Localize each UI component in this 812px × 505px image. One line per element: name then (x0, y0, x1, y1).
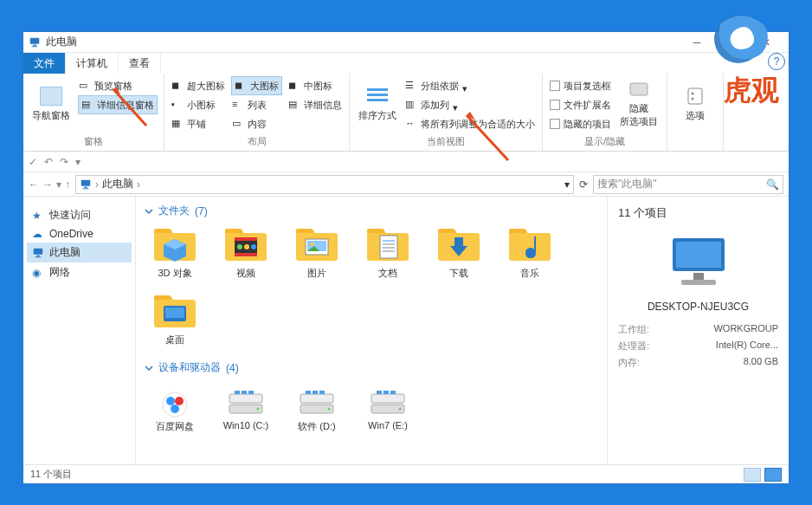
nav-up-button[interactable]: ↑ (65, 178, 70, 191)
chevron-down-icon (145, 207, 153, 216)
section-folders-header[interactable]: 文件夹 (7) (145, 204, 598, 218)
qat-undo-icon[interactable]: ↶ (44, 156, 53, 168)
tab-file[interactable]: 文件 (23, 53, 66, 74)
section-devices-header[interactable]: 设备和驱动器 (4) (145, 360, 598, 375)
explorer-window: 此电脑 ─ ☐ ✕ 文件 计算机 查看 ? 导航窗格 ▭ 预览窗格 (23, 31, 789, 484)
view-mode-thumbnails[interactable] (764, 468, 782, 482)
video-folder-icon (222, 225, 269, 263)
nav-forward-button[interactable]: → (42, 178, 53, 191)
ribbon-group-label-layout: 布局 (171, 135, 342, 149)
layout-content[interactable]: ▭内容 (232, 115, 281, 133)
details-pane-button[interactable]: ▤ 详细信息窗格 (79, 96, 157, 113)
nav-pane-button[interactable]: 导航窗格 (30, 77, 72, 131)
layout-tiles[interactable]: ▦平铺 (171, 115, 225, 133)
details-property: 内存:8.00 GB (618, 356, 778, 369)
ribbon-group-label-pane: 窗格 (30, 135, 157, 149)
qat-dropdown[interactable]: ▾ (75, 156, 81, 168)
file-extensions-toggle[interactable]: 文件扩展名 (550, 96, 611, 113)
drive-item-1[interactable]: Win10 (C:) (216, 382, 276, 433)
sort-button[interactable]: 排序方式 (357, 77, 398, 131)
size-all-columns-button[interactable]: ↔将所有列调整为合适的大小 (405, 115, 535, 133)
nav-history-dropdown[interactable]: ▾ (56, 178, 61, 191)
svg-rect-1 (30, 37, 40, 43)
group-by-button[interactable]: ☰分组依据▾ (405, 77, 535, 94)
pc-icon (32, 247, 44, 259)
music-folder-icon (506, 225, 553, 263)
layout-small[interactable]: ▪小图标 (171, 96, 225, 113)
sort-icon (365, 87, 390, 106)
breadcrumb[interactable]: › 此电脑 › ▾ (75, 175, 574, 194)
tab-view[interactable]: 查看 (119, 53, 161, 74)
pictures-folder-icon (293, 225, 340, 263)
pc-icon (80, 178, 92, 191)
svg-rect-11 (81, 179, 91, 185)
pc-icon (29, 36, 41, 49)
search-box[interactable]: 搜索"此电脑" 🔍 (593, 175, 783, 194)
status-item-count: 11 个项目 (30, 468, 72, 481)
folder-label: 图片 (307, 267, 326, 280)
svg-point-30 (311, 243, 314, 246)
svg-rect-51 (242, 391, 247, 394)
nav-back-button[interactable]: ← (29, 178, 39, 191)
folder-item-pictures[interactable]: 图片 (287, 225, 347, 280)
svg-point-26 (251, 244, 256, 249)
ribbon-group-show-hide: 项目复选框 文件扩展名 隐藏的项目 隐藏 所选项目 显示/隐藏 (543, 74, 667, 151)
svg-rect-13 (83, 188, 89, 189)
svg-point-44 (166, 397, 175, 405)
hide-selected-button[interactable]: 隐藏 所选项目 (618, 77, 660, 131)
chevron-down-icon (145, 364, 153, 372)
nav-quick-access[interactable]: ★ 快速访问 (27, 205, 132, 225)
folder-item-documents[interactable]: 文档 (358, 225, 418, 280)
layout-medium[interactable]: ◼中图标 (288, 77, 342, 94)
svg-rect-14 (34, 248, 43, 254)
svg-point-25 (244, 244, 249, 249)
view-mode-details[interactable] (744, 468, 761, 482)
qat-check-icon[interactable]: ✓ (29, 156, 37, 168)
refresh-button[interactable]: ⟳ (579, 178, 588, 191)
svg-rect-58 (319, 391, 325, 394)
add-columns-button[interactable]: ▥添加列▾ (405, 96, 535, 113)
details-count: 11 个项目 (618, 205, 778, 221)
nav-this-pc[interactable]: 此电脑 (27, 243, 132, 262)
nav-onedrive[interactable]: ☁ OneDrive (27, 225, 132, 243)
ribbon-group-label-current-view: 当前视图 (357, 135, 535, 149)
ribbon-group-label-options (674, 135, 716, 149)
layout-large[interactable]: ◼大图标 (232, 77, 281, 94)
ribbon: 导航窗格 ▭ 预览窗格 ▤ 详细信息窗格 窗格 ◼超 (23, 74, 789, 152)
drive-item-2[interactable]: 软件 (D:) (287, 382, 347, 433)
breadcrumb-dropdown[interactable]: ▾ (564, 178, 570, 191)
svg-rect-22 (235, 237, 257, 241)
folder-item-desktop[interactable]: 桌面 (145, 292, 205, 346)
drive-item-3[interactable]: Win7 (E:) (358, 382, 418, 433)
baidu-icon (151, 382, 198, 417)
network-icon: ◉ (32, 267, 44, 279)
content-pane: 文件夹 (7) 3D 对象视频图片文档下载音乐桌面 设备和驱动器 (4) 百度网… (136, 197, 607, 464)
svg-rect-56 (306, 391, 311, 394)
breadcrumb-item[interactable]: 此电脑 (102, 177, 133, 191)
window-title: 此电脑 (46, 35, 77, 49)
item-checkboxes-toggle[interactable]: 项目复选框 (550, 77, 611, 94)
svg-rect-48 (229, 394, 262, 403)
svg-rect-12 (84, 186, 87, 188)
layout-extra-large[interactable]: ◼超大图标 (171, 77, 225, 94)
layout-details[interactable]: ▤详细信息 (288, 96, 342, 113)
folder-item-video[interactable]: 视频 (216, 225, 276, 280)
folder-item-3d[interactable]: 3D 对象 (145, 225, 205, 280)
drive-label: Win10 (C:) (223, 420, 269, 431)
nav-tree: ★ 快速访问 ☁ OneDrive 此电脑 ◉ 网络 (23, 197, 136, 464)
svg-rect-64 (390, 391, 396, 394)
quick-access-toolbar: ✓ ↶ ↷ ▾ (23, 152, 789, 172)
qat-redo-icon[interactable]: ↷ (60, 156, 68, 168)
preview-pane-button[interactable]: ▭ 预览窗格 (79, 77, 157, 94)
details-pane: 11 个项目 DESKTOP-NJEU3CG 工作组:WORKGROUP处理器:… (607, 197, 789, 464)
hidden-items-toggle[interactable]: 隐藏的项目 (550, 115, 611, 133)
svg-rect-67 (693, 273, 704, 280)
drive-item-0[interactable]: 百度网盘 (145, 382, 205, 433)
folder-item-music[interactable]: 音乐 (499, 225, 560, 280)
drive-label: 软件 (D:) (298, 420, 335, 433)
svg-rect-57 (313, 391, 318, 394)
layout-list[interactable]: ≡列表 (232, 96, 281, 113)
tab-computer[interactable]: 计算机 (66, 53, 119, 74)
folder-item-downloads[interactable]: 下载 (429, 225, 489, 280)
nav-network[interactable]: ◉ 网络 (27, 262, 132, 282)
